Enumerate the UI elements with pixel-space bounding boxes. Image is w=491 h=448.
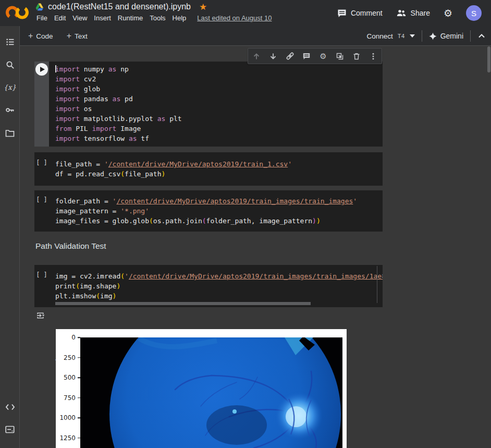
terminal-icon[interactable]	[0, 426, 20, 433]
code-editor[interactable]: img = cv2.imread('/content/drive/MyDrive…	[55, 265, 383, 301]
menu-bar: File Edit View Insert Runtime Tools Help…	[36, 14, 272, 22]
editor-scrollbar-track	[377, 266, 377, 303]
code-editor[interactable]: import numpy as npimport cv2import globi…	[55, 62, 383, 143]
last-edited-link[interactable]: Last edited on August 10	[197, 14, 272, 22]
code-snippets-icon[interactable]	[0, 403, 20, 411]
chevron-down-icon	[410, 34, 415, 38]
y-tick-label: 750	[56, 394, 76, 402]
notebook-scroll-area[interactable]: import numpy as npimport cv2import globi…	[20, 46, 491, 448]
cell-toolbar: ⚙	[248, 48, 382, 64]
run-prompt[interactable]: [ ]	[34, 190, 49, 232]
share-label: Share	[411, 9, 430, 17]
run-prompt[interactable]: [ ]	[34, 265, 49, 307]
add-code-label: Code	[36, 32, 53, 40]
code-cell-imread[interactable]: [ ] img = cv2.imread('/content/drive/MyD…	[34, 265, 383, 307]
notebook-title[interactable]: code1(RestNet15 and densenet).ipynb	[48, 2, 191, 11]
plus-icon: +	[67, 32, 71, 40]
horizontal-scrollbar-thumb[interactable]	[55, 302, 311, 305]
search-icon[interactable]	[0, 60, 20, 69]
y-tick-label: 250	[56, 354, 76, 361]
connect-dropdown[interactable]: Connect T4	[367, 32, 415, 40]
avatar[interactable]: S	[466, 5, 482, 21]
divider	[422, 30, 422, 42]
files-folder-icon[interactable]	[0, 129, 20, 137]
output-figure: 0 250 500 750 1000 1250	[56, 329, 347, 448]
left-sidebar: {x}	[0, 26, 20, 448]
add-code-button[interactable]: + Code	[28, 32, 53, 40]
menu-tools[interactable]: Tools	[150, 14, 165, 22]
menu-help[interactable]: Help	[173, 14, 187, 22]
run-prompt[interactable]: [ ]	[34, 152, 49, 186]
collapse-toolbar-icon[interactable]	[477, 32, 486, 40]
fundus-image	[80, 337, 342, 448]
code-cell-glob[interactable]: [ ] folder_path = '/content/drive/MyDriv…	[34, 190, 383, 232]
menu-insert[interactable]: Insert	[94, 14, 111, 22]
y-tick-label: 1250	[56, 434, 76, 442]
colab-logo[interactable]	[5, 5, 29, 20]
y-tick-label: 500	[56, 374, 76, 381]
y-tick-label: 1000	[56, 414, 76, 421]
table-of-contents-icon[interactable]	[0, 38, 20, 46]
code-cell-read-csv[interactable]: [ ] file_path = '/content/drive/MyDrive/…	[34, 152, 383, 186]
copy-link-icon[interactable]	[284, 50, 296, 63]
colab-window: code1(RestNet15 and densenet).ipynb ★ Fi…	[0, 0, 491, 448]
add-text-label: Text	[75, 32, 88, 40]
markdown-cell-path-validation[interactable]: Path Validation Test	[35, 241, 106, 251]
drive-icon	[35, 3, 44, 11]
secrets-key-icon[interactable]	[0, 106, 20, 114]
menu-runtime[interactable]: Runtime	[118, 14, 143, 22]
menu-view[interactable]: View	[72, 14, 87, 22]
mirror-cell-icon[interactable]	[334, 50, 346, 63]
share-button[interactable]: Share	[396, 9, 430, 17]
window-scrollbar-thumb[interactable]	[487, 46, 490, 72]
run-cell-button[interactable]	[35, 63, 48, 76]
cell-gutter	[34, 62, 49, 147]
share-icon	[396, 9, 407, 17]
notebook-toolbar: + Code + Text Connect T4 Gemini	[0, 26, 491, 46]
gemini-label: Gemini	[440, 32, 463, 40]
comment-label: Comment	[351, 9, 383, 17]
cell-settings-gear-icon[interactable]: ⚙	[317, 50, 329, 63]
output-icon[interactable]	[35, 311, 46, 320]
gemini-button[interactable]: Gemini	[429, 32, 463, 40]
delete-cell-icon[interactable]	[350, 50, 363, 63]
settings-gear-icon[interactable]: ⚙	[444, 8, 452, 18]
more-actions-icon[interactable]	[367, 50, 379, 63]
comment-button[interactable]: Comment	[337, 9, 383, 18]
accelerator-badge: T4	[398, 33, 405, 39]
y-tick-label: 0	[56, 334, 76, 341]
connect-label: Connect	[367, 32, 393, 40]
add-comment-icon[interactable]	[300, 50, 313, 63]
code-editor[interactable]: file_path = '/content/drive/MyDrive/apto…	[55, 152, 383, 179]
menu-file[interactable]: File	[36, 14, 47, 22]
variables-icon[interactable]: {x}	[0, 83, 20, 91]
sparkle-icon	[429, 32, 437, 40]
comment-icon	[337, 9, 347, 18]
code-cell-imports[interactable]: import numpy as npimport cv2import globi…	[34, 62, 383, 147]
add-text-button[interactable]: + Text	[67, 32, 88, 40]
move-cell-down-icon[interactable]	[267, 50, 279, 63]
code-editor[interactable]: folder_path = '/content/drive/MyDrive/ap…	[55, 190, 383, 226]
app-header: code1(RestNet15 and densenet).ipynb ★ Fi…	[0, 0, 491, 26]
menu-edit[interactable]: Edit	[54, 14, 66, 22]
move-cell-up-icon[interactable]	[250, 50, 263, 63]
divider	[470, 30, 471, 42]
star-icon[interactable]: ★	[199, 3, 207, 11]
plus-icon: +	[28, 32, 33, 40]
